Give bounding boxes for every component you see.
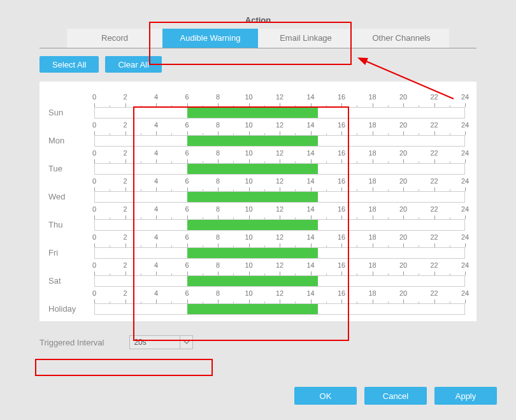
tab-audible-warning[interactable]: Audible Warning [162, 29, 258, 48]
day-row-sat: Sat024681012141618202224 [48, 259, 465, 287]
timeline[interactable]: 024681012141618202224 [94, 94, 465, 119]
bar-segment[interactable] [187, 192, 318, 202]
clear-all-button[interactable]: Clear All [105, 56, 161, 73]
day-row-thu: Thu024681012141618202224 [48, 203, 465, 231]
day-label: Mon [48, 136, 94, 147]
timeline[interactable]: 024681012141618202224 [94, 206, 465, 231]
bar-segment[interactable] [187, 220, 318, 230]
page-title: Action [0, 0, 516, 29]
apply-button[interactable]: Apply [434, 387, 497, 405]
day-row-wed: Wed024681012141618202224 [48, 175, 465, 203]
timeline[interactable]: 024681012141618202224 [94, 235, 465, 259]
tab-record[interactable]: Record [67, 29, 162, 48]
day-label: Fri [48, 248, 94, 259]
annotation-box-interval [35, 359, 213, 376]
bar-segment[interactable] [187, 304, 318, 314]
timeline[interactable]: 024681012141618202224 [94, 150, 465, 175]
triggered-interval-select[interactable]: 20s [129, 335, 193, 349]
bar-track[interactable] [94, 163, 465, 175]
schedule-panel: Sun024681012141618202224Mon0246810121416… [39, 82, 477, 321]
tab-email-linkage[interactable]: Email Linkage [258, 29, 354, 48]
bar-track[interactable] [94, 191, 465, 203]
ok-button[interactable]: OK [294, 387, 357, 405]
bar-track[interactable] [94, 303, 465, 315]
bar-segment[interactable] [187, 248, 318, 258]
timeline[interactable]: 024681012141618202224 [94, 291, 465, 315]
day-label: Sat [48, 276, 94, 287]
day-label: Wed [48, 192, 94, 203]
cancel-button[interactable]: Cancel [364, 387, 427, 405]
day-label: Tue [48, 164, 94, 175]
bar-segment[interactable] [187, 164, 318, 174]
bar-segment[interactable] [187, 136, 318, 146]
triggered-interval-label: Triggered Interval [39, 338, 104, 347]
tab-other-channels[interactable]: Other Channels [354, 29, 449, 48]
bar-segment[interactable] [187, 276, 318, 286]
select-all-button[interactable]: Select All [39, 56, 99, 73]
timeline[interactable]: 024681012141618202224 [94, 263, 465, 287]
day-row-sun: Sun024681012141618202224 [48, 91, 465, 119]
tabs: RecordAudible WarningEmail LinkageOther … [39, 29, 477, 48]
day-label: Sun [48, 108, 94, 119]
triggered-interval-value: 20s [134, 338, 146, 347]
day-label: Thu [48, 220, 94, 231]
timeline[interactable]: 024681012141618202224 [94, 122, 465, 147]
bar-track[interactable] [94, 219, 465, 231]
day-row-mon: Mon024681012141618202224 [48, 119, 465, 147]
day-label: Holiday [48, 304, 94, 315]
bar-track[interactable] [94, 107, 465, 119]
day-row-tue: Tue024681012141618202224 [48, 147, 465, 175]
timeline[interactable]: 024681012141618202224 [94, 178, 465, 203]
bar-segment[interactable] [187, 108, 318, 118]
day-row-holiday: Holiday024681012141618202224 [48, 287, 465, 315]
bar-track[interactable] [94, 247, 465, 259]
bar-track[interactable] [94, 135, 465, 147]
bar-track[interactable] [94, 275, 465, 287]
chevron-down-icon [180, 336, 192, 349]
day-row-fri: Fri024681012141618202224 [48, 231, 465, 259]
